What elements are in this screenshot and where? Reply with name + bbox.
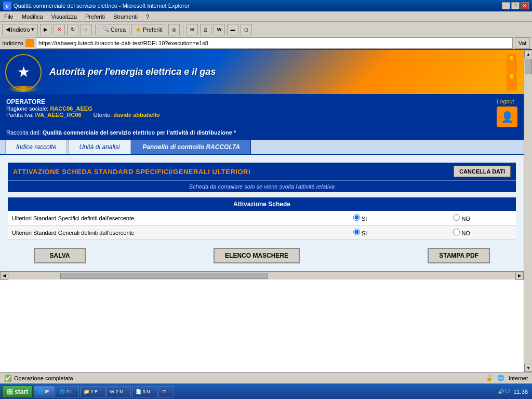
status-text: Operazione completata: [14, 375, 73, 381]
edit-button[interactable]: W: [214, 24, 225, 35]
title-bar-left: e Qualità commerciale del servizio elett…: [3, 2, 190, 10]
address-label: Indirizzo: [2, 40, 23, 46]
messenger-button[interactable]: ◻: [241, 24, 252, 35]
horizontal-scrollbar[interactable]: ◀ ▶: [0, 271, 524, 280]
title-bar: e Qualità commerciale del servizio elett…: [0, 0, 532, 11]
activation-subtitle: Scheda da compilare solo se viene svolta…: [8, 180, 516, 192]
salva-button[interactable]: SALVA: [34, 248, 86, 263]
row2-no-cell: NO: [407, 225, 516, 240]
utente-value: davide abbatiello: [113, 112, 159, 118]
horizontal-scroll-track[interactable]: [8, 272, 515, 280]
zone-label: Internet: [509, 375, 528, 381]
horizontal-scroll-thumb[interactable]: [60, 273, 268, 279]
row1-si-radio[interactable]: [353, 214, 360, 221]
taskbar-item-2e[interactable]: 📁 2 E...: [80, 386, 105, 397]
taskbar-network-icon: 🔊: [498, 389, 504, 394]
home-button[interactable]: ⌂: [81, 24, 92, 35]
row2-label: Ulteriori Standard Generali definiti dal…: [8, 225, 313, 240]
scroll-down-button[interactable]: ▼: [524, 364, 532, 372]
ie-taskbar-icon: 🌐: [37, 389, 44, 394]
vertical-scroll-thumb[interactable]: [525, 59, 532, 74]
tab-indice[interactable]: Indice raccolte: [5, 140, 67, 154]
logout-icon: 👤: [501, 111, 514, 123]
row1-si-label: SI: [362, 216, 367, 222]
stampa-button[interactable]: STAMPA PDF: [428, 248, 490, 263]
taskbar-item-3n[interactable]: 📄 3 N...: [132, 386, 157, 397]
status-bar: ✅ Operazione completata 🔒 🌐 Internet: [0, 372, 532, 383]
window-controls[interactable]: – □ ✕: [502, 2, 529, 9]
refresh-button[interactable]: ↻: [67, 24, 78, 35]
star-logo-icon: ★: [17, 63, 30, 81]
menu-help[interactable]: ?: [144, 13, 151, 20]
menu-file[interactable]: File: [2, 13, 16, 20]
print-button[interactable]: 🖨: [200, 24, 211, 35]
close-button[interactable]: ✕: [521, 2, 529, 9]
taskbar-security-icon: 🛡: [505, 389, 510, 394]
vertical-scroll-track[interactable]: [524, 58, 532, 364]
taskbar-item-it[interactable]: IT: [158, 386, 174, 397]
window-title: Qualità commerciale del servizio elettri…: [14, 3, 190, 9]
header-title: Autorità per l'energia elettrica e il ga…: [49, 66, 216, 77]
bottom-buttons: SALVA ELENCO MASCHERE STAMPA PDF: [8, 248, 516, 263]
panel-content: ATTIVAZIONE SCHEDA STANDARD SPECIFICI/GE…: [0, 155, 524, 271]
windows-icon: ⊞: [7, 388, 13, 396]
scroll-right-button[interactable]: ▶: [515, 272, 524, 280]
discuss-button[interactable]: ▬: [227, 24, 238, 35]
forward-button[interactable]: ▶: [40, 24, 51, 35]
partita-label: Partita Iva:: [6, 112, 34, 118]
ie-icon: e: [3, 2, 11, 10]
ragione-label: Ragione sociale:: [6, 105, 48, 112]
minimize-button[interactable]: –: [502, 2, 510, 9]
cancella-button[interactable]: CANCELLA DATI: [454, 166, 511, 177]
toolbar: ◀ Indietro ▾ ▶ ✕ ↻ ⌂ 🔍 Cerca ★ Preferiti…: [0, 22, 532, 37]
taskbar-time: 11.38: [511, 389, 530, 395]
tab-unita[interactable]: Unità di analisi: [68, 140, 130, 154]
elenco-button[interactable]: ELENCO MASCHERE: [214, 248, 300, 263]
ie-zone-icon: 🌐: [497, 375, 504, 381]
row2-no-radio[interactable]: [453, 229, 460, 235]
back-button[interactable]: ◀ Indietro ▾: [2, 24, 38, 35]
toolbar-separator-1: [95, 24, 96, 35]
back-dropdown-icon: ▾: [31, 26, 34, 33]
taskbar-item-2i[interactable]: 🌐 2 I...: [56, 386, 79, 397]
stop-button[interactable]: ✕: [54, 24, 65, 35]
search-icon: 🔍: [102, 26, 110, 33]
mail-button[interactable]: ✉: [187, 24, 198, 35]
logout-link[interactable]: Logout: [497, 98, 514, 104]
toolbar-separator-2: [183, 24, 183, 35]
status-right: 🔒 🌐 Internet: [486, 375, 528, 381]
scroll-left-button[interactable]: ◀: [0, 272, 8, 280]
menu-strumenti[interactable]: Strumenti: [111, 13, 140, 20]
activation-header: ATTIVAZIONE SCHEDA STANDARD SPECIFICI/GE…: [8, 163, 516, 180]
scroll-up-button[interactable]: ▲: [524, 50, 532, 58]
go-button[interactable]: Vai: [515, 37, 530, 49]
moon-icon: [8, 86, 39, 92]
row1-no-label: NO: [461, 216, 470, 222]
raccolta-value: Qualità commerciale del servizio elettri…: [43, 129, 236, 136]
search-button[interactable]: 🔍 Cerca: [99, 24, 129, 35]
header-banner: ★ Autorità per l'energia elettrica e il …: [0, 50, 524, 94]
favorites-button[interactable]: ★ Preferiti: [131, 24, 166, 35]
raccolta-row: Raccolta dati: Qualità commerciale del s…: [6, 129, 517, 136]
address-input[interactable]: [36, 37, 513, 49]
maximize-button[interactable]: □: [511, 2, 520, 9]
operator-section: OPERATORE Ragione sociale: RACC06_AEEG P…: [0, 94, 524, 140]
vertical-scrollbar[interactable]: ▲ ▼: [524, 50, 532, 372]
row2-si-radio[interactable]: [353, 229, 360, 235]
taskbar-ie-item[interactable]: 🌐 IE: [34, 386, 55, 397]
history-button[interactable]: ◎: [168, 24, 180, 35]
menu-modifica[interactable]: Modifica: [20, 13, 45, 20]
menu-preferiti[interactable]: Preferiti: [83, 13, 107, 20]
activation-table: Attivazione Schede Ulteriori Standard Sp…: [8, 197, 516, 240]
page-area: ★ Autorità per l'energia elettrica e il …: [0, 50, 524, 372]
utente-label: Utente:: [94, 112, 112, 118]
start-button[interactable]: ⊞ start: [2, 385, 33, 398]
row2-si-cell: SI: [313, 225, 408, 240]
taskbar-item-2m[interactable]: W 2 M...: [107, 386, 131, 397]
lock-icon: 🔒: [486, 375, 493, 381]
row1-no-radio[interactable]: [453, 214, 460, 221]
menu-visualizza[interactable]: Visualizza: [49, 13, 79, 20]
gas-meter-icon: [505, 54, 518, 90]
row2-no-label: NO: [461, 230, 470, 236]
tab-pannello[interactable]: Pannello di controllo RACCOLTA: [131, 140, 251, 154]
